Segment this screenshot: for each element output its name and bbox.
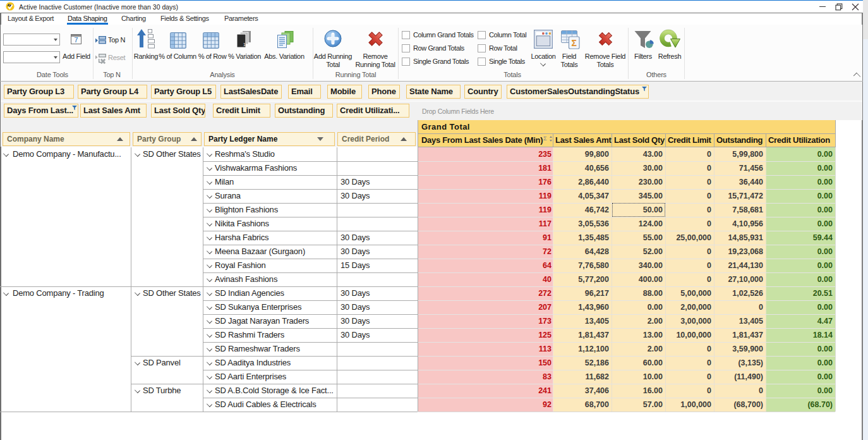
svg-text:1: 1 <box>243 42 246 47</box>
svg-text:Σ: Σ <box>571 38 576 48</box>
svg-text:7: 7 <box>74 36 78 44</box>
